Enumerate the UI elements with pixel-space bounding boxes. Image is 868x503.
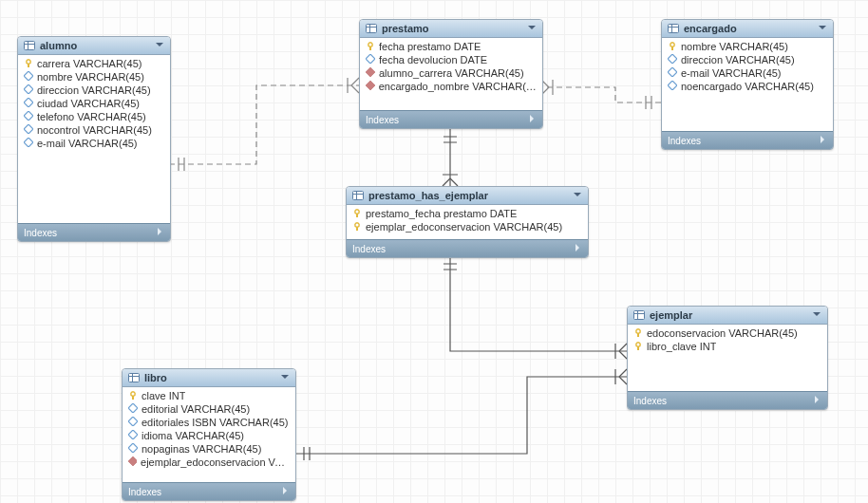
indexes-label: Indexes	[633, 396, 667, 406]
indexes-section[interactable]: Indexes	[123, 482, 295, 500]
table-column[interactable]: nocontrol VARCHAR(45)	[18, 123, 170, 137]
indexes-section[interactable]: Indexes	[347, 239, 588, 257]
chevron-right-icon[interactable]	[818, 135, 827, 146]
column-label: telefono VARCHAR(45)	[37, 111, 146, 122]
chevron-down-icon[interactable]	[573, 190, 582, 201]
column-label: e-mail VARCHAR(45)	[37, 138, 138, 149]
fk-diamond-icon	[128, 456, 137, 468]
indexes-section[interactable]: Indexes	[628, 391, 827, 409]
table-prestamo_has_ejemplar[interactable]: prestamo_has_ejemplarprestamo_fecha pres…	[346, 186, 589, 258]
table-column[interactable]: direccion VARCHAR(45)	[18, 84, 170, 97]
diamond-icon	[668, 67, 677, 79]
key-icon	[24, 58, 33, 69]
chevron-down-icon[interactable]	[280, 372, 290, 383]
fk-diamond-icon	[366, 81, 375, 92]
table-column[interactable]: encargado_nombre VARCHAR(45)	[360, 80, 542, 93]
table-columns: carrera VARCHAR(45)nombre VARCHAR(45)dir…	[18, 55, 170, 223]
key-icon	[128, 390, 138, 401]
column-label: nombre VARCHAR(45)	[37, 71, 144, 83]
diamond-icon	[366, 54, 375, 65]
diamond-icon	[24, 98, 33, 109]
diamond-icon	[128, 417, 138, 428]
table-column[interactable]: noencargado VARCHAR(45)	[662, 80, 833, 93]
erd-canvas[interactable]: { "footerLabel": "Indexes", "icons": { "…	[0, 0, 868, 503]
table-column[interactable]: editorial VARCHAR(45)	[123, 402, 295, 416]
table-columns: clave INTeditorial VARCHAR(45)editoriale…	[123, 387, 295, 482]
chevron-right-icon[interactable]	[527, 114, 537, 125]
table-alumno[interactable]: alumnocarrera VARCHAR(45)nombre VARCHAR(…	[17, 36, 171, 242]
chevron-down-icon[interactable]	[527, 23, 537, 34]
table-column[interactable]: ejemplar_edoconservacion VARCHAR(45)	[347, 220, 588, 233]
table-column[interactable]: prestamo_fecha prestamo DATE	[347, 207, 588, 220]
key-icon	[352, 208, 362, 219]
table-columns: prestamo_fecha prestamo DATEejemplar_edo…	[347, 205, 588, 239]
column-label: fecha prestamo DATE	[379, 41, 481, 52]
chevron-down-icon[interactable]	[812, 309, 821, 321]
table-ejemplar[interactable]: ejemplaredoconservacion VARCHAR(45)libro…	[627, 306, 828, 410]
table-encargado[interactable]: encargadonombre VARCHAR(45)direccion VAR…	[661, 19, 834, 150]
chevron-right-icon[interactable]	[280, 486, 290, 497]
diamond-icon	[24, 84, 33, 96]
table-column[interactable]: editoriales ISBN VARCHAR(45)	[123, 416, 295, 429]
indexes-label: Indexes	[668, 136, 701, 146]
table-header[interactable]: libro	[123, 369, 295, 387]
table-columns: edoconservacion VARCHAR(45)libro_clave I…	[628, 325, 827, 391]
table-column[interactable]: libro_clave INT	[628, 340, 827, 353]
diamond-icon	[668, 81, 677, 92]
table-column[interactable]: e-mail VARCHAR(45)	[18, 137, 170, 150]
indexes-label: Indexes	[24, 228, 57, 238]
table-column[interactable]: fecha devolucion DATE	[360, 53, 542, 66]
table-column[interactable]: fecha prestamo DATE	[360, 40, 542, 53]
table-header[interactable]: encargado	[662, 20, 833, 38]
key-icon	[633, 341, 643, 352]
column-label: idioma VARCHAR(45)	[142, 430, 244, 441]
chevron-right-icon[interactable]	[812, 395, 821, 406]
table-header[interactable]: alumno	[18, 37, 170, 55]
table-header[interactable]: ejemplar	[628, 307, 827, 325]
table-header[interactable]: prestamo	[360, 20, 542, 38]
table-column[interactable]: carrera VARCHAR(45)	[18, 57, 170, 70]
column-label: edoconservacion VARCHAR(45)	[647, 327, 798, 339]
table-header[interactable]: prestamo_has_ejemplar	[347, 187, 588, 205]
chevron-down-icon[interactable]	[818, 23, 827, 34]
chevron-right-icon[interactable]	[155, 227, 164, 238]
fk-diamond-icon	[366, 67, 375, 79]
table-column[interactable]: direccion VARCHAR(45)	[662, 53, 833, 66]
column-label: clave INT	[142, 390, 185, 401]
column-label: ejemplar_edoconservacion VARC...	[141, 456, 290, 468]
column-label: nocontrol VARCHAR(45)	[37, 124, 152, 136]
column-label: editorial VARCHAR(45)	[142, 403, 250, 415]
table-column[interactable]: clave INT	[123, 389, 295, 402]
table-column[interactable]: nopaginas VARCHAR(45)	[123, 442, 295, 456]
table-prestamo[interactable]: prestamofecha prestamo DATEfecha devoluc…	[359, 19, 543, 129]
table-column[interactable]: ciudad VARCHAR(45)	[18, 97, 170, 110]
chevron-right-icon[interactable]	[573, 243, 582, 254]
key-icon	[366, 41, 375, 52]
table-column[interactable]: edoconservacion VARCHAR(45)	[628, 326, 827, 340]
table-columns: fecha prestamo DATEfecha devolucion DATE…	[360, 38, 542, 110]
column-label: ejemplar_edoconservacion VARCHAR(45)	[366, 221, 562, 233]
column-label: libro_clave INT	[647, 341, 716, 352]
indexes-section[interactable]: Indexes	[360, 110, 542, 128]
table-column[interactable]: nombre VARCHAR(45)	[662, 40, 833, 53]
table-column[interactable]: nombre VARCHAR(45)	[18, 70, 170, 84]
table-column[interactable]: ejemplar_edoconservacion VARC...	[123, 456, 295, 469]
table-column[interactable]: idioma VARCHAR(45)	[123, 429, 295, 442]
diamond-icon	[24, 71, 33, 83]
indexes-section[interactable]: Indexes	[662, 131, 833, 149]
table-column[interactable]: alumno_carrera VARCHAR(45)	[360, 66, 542, 80]
table-libro[interactable]: libroclave INTeditorial VARCHAR(45)edito…	[122, 368, 296, 501]
svg-rect-15	[129, 374, 140, 382]
column-label: fecha devolucion DATE	[379, 54, 487, 65]
column-label: editoriales ISBN VARCHAR(45)	[142, 417, 288, 428]
diamond-icon	[24, 138, 33, 149]
svg-rect-3	[367, 25, 377, 33]
chevron-down-icon[interactable]	[155, 40, 164, 51]
table-column[interactable]: e-mail VARCHAR(45)	[662, 66, 833, 80]
table-column[interactable]: telefono VARCHAR(45)	[18, 110, 170, 123]
diamond-icon	[668, 54, 677, 65]
column-label: noencargado VARCHAR(45)	[681, 81, 814, 92]
svg-rect-0	[25, 42, 35, 50]
table-title: encargado	[684, 23, 737, 34]
indexes-section[interactable]: Indexes	[18, 223, 170, 241]
